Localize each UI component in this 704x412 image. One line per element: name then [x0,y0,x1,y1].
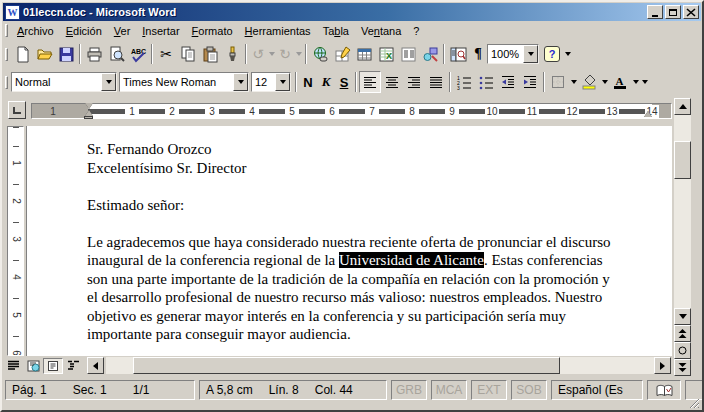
font-size-combo[interactable]: 12 [251,72,291,92]
vertical-scroll-thumb[interactable] [674,141,691,179]
menu-tabla[interactable]: Tabla [317,23,355,39]
insert-table-button[interactable] [353,43,375,65]
decrease-indent-button[interactable] [497,71,519,93]
vertical-scroll-track[interactable] [674,115,691,308]
standard-toolbar-options[interactable] [563,43,572,65]
horizontal-scroll-track[interactable] [106,357,654,374]
formatting-toolbar-grip[interactable] [5,76,8,89]
numbered-list-button[interactable]: 123 [453,71,475,93]
tables-and-borders-button[interactable] [331,43,353,65]
position-status-panel[interactable]: A 5,8 cm Lín. 8 Col. 44 [199,380,387,400]
spelling-status-panel[interactable] [647,380,681,400]
print-preview-button[interactable] [105,43,127,65]
tab-selector-button[interactable] [8,101,26,119]
save-button[interactable] [55,43,77,65]
spelling-button[interactable]: ABC [127,43,149,65]
highlight-dropdown[interactable] [600,71,609,93]
hanging-indent-marker[interactable] [85,110,93,116]
font-color-dropdown[interactable] [631,71,640,93]
previous-page-button[interactable] [674,325,691,342]
format-painter-button[interactable] [221,43,243,65]
help-button[interactable]: ? [541,43,563,65]
horizontal-scroll-thumb[interactable] [133,357,560,374]
cut-button[interactable]: ✂ [155,43,177,65]
word-app-icon[interactable]: W [5,5,20,20]
language-panel[interactable]: Español (Es [551,380,643,400]
style-dropdown-button[interactable] [101,73,116,91]
menu-formato[interactable]: Formato [186,23,239,39]
undo-button[interactable]: ↺ [249,43,267,65]
vertical-ruler[interactable]: 1 2 3 4 5 6 [7,126,24,356]
align-left-button[interactable] [359,71,381,93]
scroll-right-button[interactable] [654,357,671,374]
scroll-up-button[interactable] [674,98,691,115]
font-combo[interactable]: Times New Roman [119,72,249,92]
menu-insertar[interactable]: Insertar [136,23,185,39]
justify-button[interactable] [425,71,447,93]
font-dropdown-button[interactable] [233,73,248,91]
menu-archivo[interactable]: Archivo [11,23,60,39]
print-layout-view-button[interactable] [43,358,63,374]
menu-ventana[interactable]: Ventana [355,23,407,39]
title-bar[interactable]: W 01leccn.doc - Microsoft Word [3,3,701,21]
drawing-button[interactable] [419,43,441,65]
next-page-button[interactable] [674,359,691,376]
borders-dropdown[interactable] [569,71,578,93]
normal-view-button[interactable] [3,358,23,374]
track-changes-toggle[interactable]: MCA [431,380,467,400]
menu-ayuda[interactable]: ? [407,23,425,39]
paste-button[interactable] [199,43,221,65]
document-map-button[interactable] [447,43,469,65]
left-indent-marker[interactable] [84,116,93,119]
menu-herramientas[interactable]: Herramientas [239,23,317,39]
copy-button[interactable] [177,43,199,65]
scroll-down-button[interactable] [674,308,691,325]
print-button[interactable] [83,43,105,65]
vertical-scrollbar[interactable] [674,98,691,376]
record-macro-toggle[interactable]: GRB [391,380,427,400]
new-document-button[interactable] [11,43,33,65]
horizontal-ruler[interactable]: 1 1 2 3 4 5 6 7 8 9 10 11 12 13 14 [31,103,672,119]
open-button[interactable] [33,43,55,65]
right-indent-marker[interactable] [644,110,652,117]
undo-dropdown[interactable] [267,43,276,65]
style-combo[interactable]: Normal [11,72,117,92]
borders-button[interactable] [547,71,569,93]
redo-dropdown[interactable] [294,43,303,65]
minimize-button[interactable] [647,5,663,19]
indent-markers[interactable] [83,103,94,121]
outline-view-button[interactable] [63,358,83,374]
select-browse-object-button[interactable] [674,342,691,359]
maximize-button[interactable] [665,5,681,19]
resize-grip[interactable] [687,396,700,409]
font-color-button[interactable]: A [609,71,631,93]
bullet-list-button[interactable] [475,71,497,93]
increase-indent-button[interactable] [519,71,541,93]
formatting-toolbar-options[interactable] [640,71,649,93]
zoom-combo[interactable]: 100% [487,44,539,64]
menubar-grip[interactable] [5,24,8,37]
menu-edicion[interactable]: Edición [60,23,108,39]
close-button[interactable] [683,5,699,19]
zoom-dropdown-button[interactable] [523,45,538,63]
scroll-left-button[interactable] [87,357,104,374]
underline-button[interactable]: S [335,71,353,93]
menu-ver[interactable]: Ver [108,23,137,39]
columns-button[interactable] [397,43,419,65]
highlight-button[interactable] [578,71,600,93]
insert-hyperlink-button[interactable] [309,43,331,65]
page-status-panel[interactable]: Pág. 1 Sec. 1 1/1 [5,380,195,400]
redo-button[interactable]: ↻ [276,43,294,65]
show-hide-paragraph-button[interactable]: ¶ [469,43,487,65]
font-size-dropdown-button[interactable] [275,73,290,91]
document-page[interactable]: Sr. Fernando Orozco Excelentísimo Sr. Di… [26,126,672,356]
extend-selection-toggle[interactable]: EXT [471,380,507,400]
italic-button[interactable]: K [317,71,335,93]
overtype-toggle[interactable]: SOB [511,380,547,400]
first-line-indent-marker[interactable] [85,103,93,109]
web-layout-view-button[interactable] [23,358,43,374]
standard-toolbar-grip[interactable] [5,48,8,61]
align-right-button[interactable] [403,71,425,93]
insert-excel-worksheet-button[interactable]: X [375,43,397,65]
bold-button[interactable]: N [299,71,317,93]
